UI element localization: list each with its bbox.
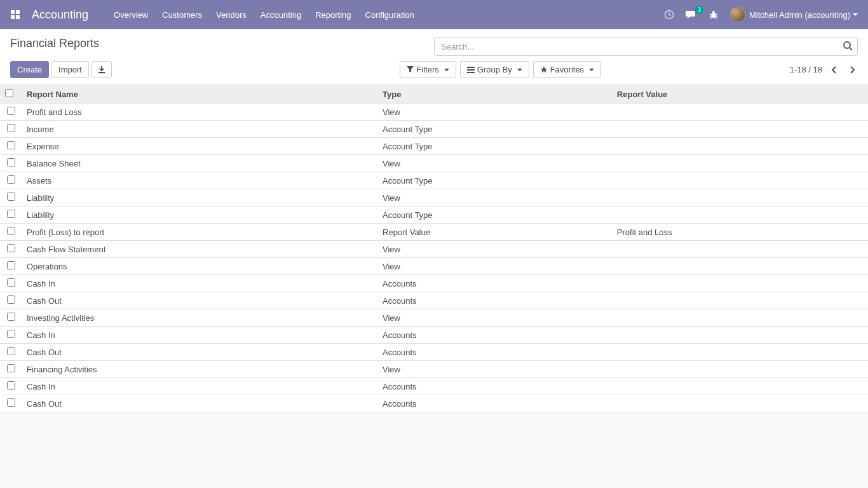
favorites-button[interactable]: Favorites — [533, 61, 601, 78]
cell-type: View — [377, 189, 612, 207]
table-row[interactable]: Profit and LossView — [0, 104, 868, 121]
table-row[interactable]: Profit (Loss) to reportReport ValueProfi… — [0, 224, 868, 241]
cell-report-name: Liability — [22, 189, 377, 207]
header-report-name[interactable]: Report Name — [22, 85, 377, 104]
nav-reporting[interactable]: Reporting — [315, 10, 351, 20]
cell-type: View — [377, 241, 612, 258]
user-menu[interactable]: Mitchell Admin (accounting) — [730, 7, 858, 22]
table-row[interactable]: AssetsAccount Type — [0, 172, 868, 189]
debug-icon[interactable] — [709, 10, 719, 20]
row-checkbox-cell — [0, 138, 22, 155]
row-checkbox[interactable] — [7, 347, 15, 355]
cell-report-value — [612, 121, 868, 138]
cell-report-value — [612, 344, 868, 361]
nav-right: 3 Mitchell Admin (accounting) — [664, 7, 858, 22]
row-checkbox[interactable] — [7, 313, 15, 321]
row-checkbox[interactable] — [7, 124, 15, 132]
nav-vendors[interactable]: Vendors — [216, 10, 247, 20]
nav-configuration[interactable]: Configuration — [365, 10, 414, 20]
cell-report-name: Profit (Loss) to report — [22, 224, 377, 241]
row-checkbox[interactable] — [7, 210, 15, 218]
brand-link[interactable]: Accounting — [32, 8, 88, 22]
search-icon[interactable] — [843, 41, 853, 53]
row-checkbox[interactable] — [7, 175, 15, 184]
cell-report-value — [612, 309, 868, 327]
table-row[interactable]: Cash InAccounts — [0, 275, 868, 292]
create-button[interactable]: Create — [10, 61, 49, 78]
table-row[interactable]: OperationsView — [0, 258, 868, 275]
select-all-checkbox[interactable] — [5, 89, 13, 97]
nav-overview[interactable]: Overview — [114, 10, 148, 20]
apps-icon[interactable] — [10, 10, 20, 20]
table-row[interactable]: Cash OutAccounts — [0, 292, 868, 309]
table-row[interactable]: Cash Flow StatementView — [0, 241, 868, 258]
cell-report-value — [612, 327, 868, 344]
svg-line-9 — [710, 16, 712, 17]
activity-icon[interactable] — [664, 10, 674, 20]
table-row[interactable]: IncomeAccount Type — [0, 121, 868, 138]
cell-report-name: Liability — [22, 207, 377, 224]
chevron-left-icon — [831, 65, 837, 74]
row-checkbox[interactable] — [7, 244, 15, 252]
table-row[interactable]: LiabilityView — [0, 189, 868, 207]
table-row[interactable]: Cash InAccounts — [0, 378, 868, 395]
nav-customers[interactable]: Customers — [162, 10, 202, 20]
cell-report-name: Investing Activities — [22, 309, 377, 327]
row-checkbox[interactable] — [7, 364, 15, 372]
row-checkbox-cell — [0, 104, 22, 121]
cell-report-value — [612, 361, 868, 378]
cell-type: Accounts — [377, 378, 612, 395]
cell-report-name: Cash In — [22, 275, 377, 292]
cell-type: View — [377, 309, 612, 327]
import-button[interactable]: Import — [51, 61, 89, 78]
svg-point-13 — [844, 42, 850, 48]
row-checkbox-cell — [0, 378, 22, 395]
row-checkbox[interactable] — [7, 107, 15, 115]
svg-rect-0 — [11, 10, 15, 14]
cell-type: View — [377, 104, 612, 121]
svg-point-6 — [712, 11, 715, 13]
header-report-value[interactable]: Report Value — [612, 85, 868, 104]
svg-rect-17 — [467, 69, 475, 71]
row-checkbox[interactable] — [7, 278, 15, 287]
cell-type: Accounts — [377, 344, 612, 361]
filters-button[interactable]: Filters — [400, 61, 456, 78]
table-row[interactable]: Financing ActivitiesView — [0, 361, 868, 378]
groupby-button[interactable]: Group By — [460, 61, 529, 78]
row-checkbox[interactable] — [7, 261, 15, 269]
star-icon — [540, 66, 548, 74]
row-checkbox[interactable] — [7, 381, 15, 390]
row-checkbox[interactable] — [7, 227, 15, 235]
table-row[interactable]: Cash OutAccounts — [0, 395, 868, 412]
pager-prev-button[interactable] — [829, 63, 840, 77]
search-input[interactable] — [434, 37, 858, 56]
row-checkbox[interactable] — [7, 193, 15, 201]
pager-next-button[interactable] — [846, 63, 858, 77]
header-type[interactable]: Type — [377, 85, 612, 104]
row-checkbox[interactable] — [7, 141, 15, 149]
svg-rect-15 — [98, 72, 105, 73]
table-row[interactable]: Cash InAccounts — [0, 327, 868, 344]
control-panel: Financial Reports Create Import Filters — [0, 29, 868, 85]
cell-report-value — [612, 292, 868, 309]
nav-accounting[interactable]: Accounting — [261, 10, 301, 20]
table-row[interactable]: ExpenseAccount Type — [0, 138, 868, 155]
row-checkbox[interactable] — [7, 295, 15, 304]
table-row[interactable]: Cash OutAccounts — [0, 344, 868, 361]
export-button[interactable] — [92, 61, 112, 78]
row-checkbox-cell — [0, 292, 22, 309]
cell-report-name: Cash Flow Statement — [22, 241, 377, 258]
messages-icon[interactable]: 3 — [686, 10, 697, 20]
row-checkbox-cell — [0, 258, 22, 275]
action-buttons: Create Import — [10, 61, 400, 78]
svg-line-8 — [715, 14, 717, 15]
cell-report-name: Profit and Loss — [22, 104, 377, 121]
row-checkbox[interactable] — [7, 330, 15, 338]
table-row[interactable]: Investing ActivitiesView — [0, 309, 868, 327]
table-row[interactable]: LiabilityAccount Type — [0, 207, 868, 224]
pager-text[interactable]: 1-18 / 18 — [790, 65, 822, 74]
reports-table: Report Name Type Report Value Profit and… — [0, 85, 868, 412]
row-checkbox[interactable] — [7, 158, 15, 166]
row-checkbox[interactable] — [7, 398, 15, 407]
table-row[interactable]: Balance SheetView — [0, 155, 868, 172]
